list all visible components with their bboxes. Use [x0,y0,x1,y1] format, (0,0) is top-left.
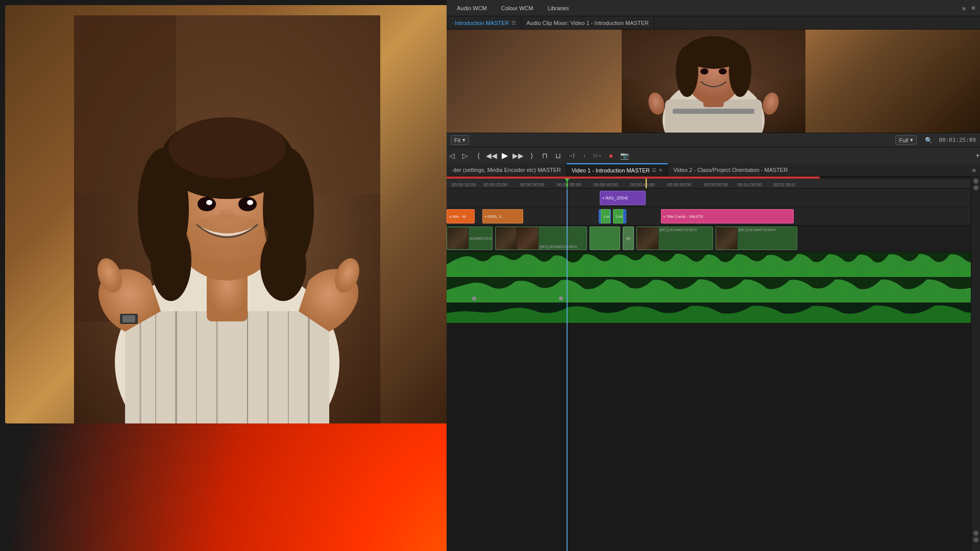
overwrite-btn[interactable]: ↓ [579,151,590,161]
fit-dropdown[interactable]: Fit ▾ [451,135,469,145]
clip-1m-1[interactable]: 1 m [601,209,610,223]
clip-title-left[interactable]: o title · M [447,209,475,223]
ruler-time-9: 00:01:00:00 [738,182,762,187]
forward-btn[interactable]: ▶▶ [513,151,523,161]
lift-btn[interactable]: ⊓ [540,151,550,161]
rewind-btn[interactable]: ◀◀ [486,151,497,161]
waveform-svg-a2 [447,278,980,303]
track-a2-content [447,278,980,303]
ruler-time-6: 00:00:45:00 [630,182,655,187]
tab-colour-wcm[interactable]: Colour WCM [495,3,540,13]
clip-v1-acam1[interactable]: ACAM0716.M... [447,227,493,250]
ruler-time-10: 00:01:05:0 [773,182,795,187]
monitor-video-content [447,30,980,133]
right-ctrl-2[interactable] [973,185,978,190]
right-ctrl-3[interactable] [973,531,978,536]
clip-v1-green[interactable] [590,227,620,250]
svg-point-19 [151,219,191,301]
tl-tab-settings-label: ·der (settings, Media Encoder etc) MASTE… [452,167,561,173]
tl-tab-expand[interactable]: » [968,166,980,174]
tab-libraries[interactable]: Libraries [542,3,575,13]
svg-rect-43 [673,109,754,114]
ruler-time-4: 00:00:35:00 [557,182,581,187]
ruler-time-2: 00:00:25:00 [483,182,508,187]
tl-tab-video1-label: Video 1 - Introduction MASTER [572,167,650,173]
tab-audio-wcm[interactable]: Audio WCM [451,3,493,13]
seq-tab-menu-icon[interactable]: ☰ [511,20,516,26]
ruler-time-7: 00:00:50:00 [667,182,692,187]
right-ctrl-label: ⋮ [973,544,978,549]
audio-keyframe-1[interactable] [472,296,476,300]
seq-tab-intro-master[interactable]: · Introduction MASTER ☰ [447,16,522,29]
full-dropdown[interactable]: Full ▾ [895,135,917,145]
audio-keyframe-2[interactable] [559,296,563,300]
fit-chevron-icon: ▾ [462,137,465,143]
clip-1m-2[interactable]: 1 mi [613,209,623,223]
monitor-video-area [447,30,980,133]
clip-img-2004[interactable]: ▪ IMG_2004| [600,191,646,205]
ruler-time-1: 00:00:20:00 [452,182,476,187]
panel-close-icon[interactable]: ✕ [971,5,976,12]
svg-point-27 [186,214,268,255]
tl-tab-video1[interactable]: Video 1 - Introduction MASTER ☰ ✕ [567,163,668,176]
clip-v1-acam4[interactable]: [MC1] ACAM0716.MOV [636,227,713,250]
tl-tab-settings[interactable]: ·der (settings, Media Encoder etc) MASTE… [447,163,567,176]
mark-in-btn[interactable]: ◁ [447,151,457,161]
tl-tab-video1-menu[interactable]: ☰ [652,167,656,173]
playback-controls-bar: ◁ ▷ ⟨ ◀◀ ▶ ▶▶ ⟩ ⊓ ⊔ →| ↓ □→ ● 📷 + [447,147,980,163]
clip-v1-acam2[interactable]: [MC1] ACAM0716.MOV [495,227,587,250]
clip-title-cards[interactable]: ▪ Title Cards - MASTE [661,209,794,223]
full-label: Full [899,137,908,143]
ruler-labels: 00:00:20:00 00:00:25:00 00:00:30:00 00:0… [447,179,980,187]
track-a1-content [447,252,980,277]
green-playhead-marker [567,179,568,188]
svg-point-25 [247,200,253,205]
clip-title-cards-label: ▪ Title Cards - MASTE [664,214,703,219]
seq-tab-audio-label: Audio Clip Mixer: Video 1 - Introduction… [527,20,649,26]
export-frame-btn[interactable]: □→ [593,151,603,161]
clip-v1-acam1-thumbs: ACAM0716.M... [447,227,493,249]
clip-0059[interactable]: ▪ 0059_V... [482,209,523,223]
waveform-svg-a1 [447,252,980,277]
tab-expand-btn[interactable]: » [962,4,966,12]
track-v3: ▪ IMG_2004| [447,189,980,207]
seq-tab-intro-label: · Introduction MASTER [452,20,509,26]
add-controls-btn[interactable]: + [975,151,980,160]
clip-v1-m[interactable]: [M [623,227,634,250]
record-btn[interactable]: ● [606,151,616,161]
right-ctrl-1[interactable] [973,179,978,184]
svg-point-21 [168,117,286,179]
track-v1: ACAM0716.M... [MC1] ACAM0716.MOV [M [447,226,980,252]
timecode-display: 00:01:25:09 [939,137,976,143]
ruler-time-3: 00:00:30:00 [520,182,545,187]
step-back-btn[interactable]: ⟨ [473,151,483,161]
tl-tab-video2[interactable]: Video 2 - Class/Project Orientation - MA… [668,163,793,176]
red-progress-bar [447,177,980,179]
svg-rect-31 [122,315,135,322]
zoom-icon[interactable]: 🔍 [925,137,933,144]
clip-v1-acam4-label: [MC1] ACAM0716.MOV [658,227,698,249]
camera-btn[interactable]: 📷 [619,151,629,161]
clip-title-left-label: o title · M [449,214,465,219]
premiere-panel: Audio WCM Colour WCM Libraries » ✕ · Int… [447,0,980,551]
track-v1-content: ACAM0716.M... [MC1] ACAM0716.MOV [M [447,226,980,252]
insert-btn[interactable]: →| [566,151,576,161]
step-fwd-btn[interactable]: ⟩ [526,151,536,161]
tl-tab-video2-label: Video 2 - Class/Project Orientation - MA… [673,167,788,173]
play-btn[interactable]: ▶ [500,151,510,161]
tracks-container: ▪ IMG_2004| o title · M ▪ 0059_V... [447,189,980,551]
clip-v1-acam1-label: ACAM0716.M... [469,236,493,241]
mark-out-btn[interactable]: ▷ [460,151,470,161]
sequence-tab-bar: · Introduction MASTER ☰ Audio Clip Mixer… [447,16,980,30]
green-marker-head [564,179,570,182]
right-ctrl-4[interactable] [973,537,978,542]
tl-tab-video1-close[interactable]: ✕ [658,167,663,173]
track-a3 [447,303,980,323]
seq-tab-audio-clip-mixer[interactable]: Audio Clip Mixer: Video 1 - Introduction… [522,16,654,29]
thumb-5 [716,227,738,249]
clip-v1-acam5[interactable]: [MC1] ACAM0716.MOV [716,227,797,250]
svg-point-20 [260,230,306,301]
thumb-3 [517,227,538,249]
main-video-preview [5,5,449,423]
extract-btn[interactable]: ⊔ [553,151,563,161]
